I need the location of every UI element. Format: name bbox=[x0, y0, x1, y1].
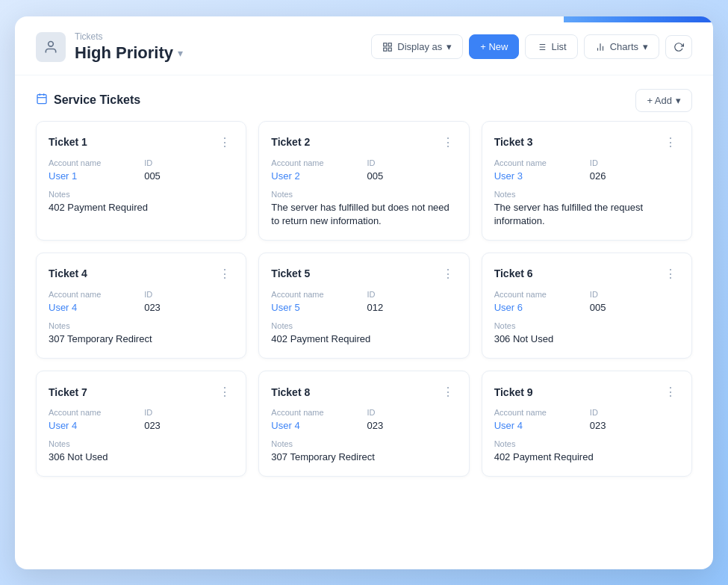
notes-field: Notes The server has fulfilled the reque… bbox=[494, 190, 679, 228]
header-title-group: Tickets High Priority ▾ bbox=[75, 31, 183, 63]
notes-value: 402 Payment Required bbox=[49, 201, 234, 214]
id-field: ID 005 bbox=[590, 290, 679, 314]
account-name-field: Account name User 1 bbox=[49, 158, 138, 182]
breadcrumb: Tickets bbox=[75, 31, 183, 42]
account-name-label: Account name bbox=[49, 408, 138, 417]
svg-rect-2 bbox=[388, 43, 391, 46]
ticket-menu-button[interactable]: ⋮ bbox=[662, 265, 679, 282]
list-icon bbox=[536, 42, 547, 52]
id-value: 012 bbox=[367, 302, 383, 313]
notes-value: 402 Payment Required bbox=[494, 451, 679, 464]
ticket-card: Ticket 6 ⋮ Account name User 6 ID 005 No… bbox=[482, 253, 692, 359]
id-value: 005 bbox=[367, 170, 383, 182]
chevron-down-icon[interactable]: ▾ bbox=[178, 47, 183, 59]
ticket-title: Ticket 1 bbox=[49, 136, 87, 148]
account-name-value[interactable]: User 3 bbox=[494, 170, 523, 182]
notes-label: Notes bbox=[49, 439, 234, 448]
ticket-title: Ticket 2 bbox=[271, 136, 310, 148]
list-button[interactable]: List bbox=[525, 34, 577, 59]
add-button[interactable]: + Add ▾ bbox=[635, 89, 692, 112]
refresh-button[interactable] bbox=[665, 35, 692, 59]
notes-field: Notes 307 Temporary Redirect bbox=[49, 321, 234, 346]
id-label: ID bbox=[367, 158, 456, 167]
notes-field: Notes 307 Temporary Redirect bbox=[271, 439, 456, 464]
header-actions: Display as ▾ + New List Charts ▾ bbox=[371, 34, 692, 59]
id-field: ID 005 bbox=[144, 158, 234, 182]
ticket-fields: Account name User 5 ID 012 bbox=[271, 290, 456, 314]
id-field: ID 023 bbox=[144, 408, 234, 432]
ticket-title: Ticket 5 bbox=[271, 267, 310, 279]
account-name-value[interactable]: User 5 bbox=[271, 302, 299, 313]
id-value: 023 bbox=[144, 302, 161, 313]
account-name-value[interactable]: User 4 bbox=[494, 420, 523, 431]
account-name-value[interactable]: User 2 bbox=[271, 170, 299, 182]
account-name-field: Account name User 5 bbox=[271, 290, 361, 314]
new-label: + New bbox=[480, 41, 508, 52]
ticket-fields: Account name User 3 ID 026 bbox=[494, 158, 679, 182]
notes-field: Notes 306 Not Used bbox=[49, 439, 234, 464]
ticket-card: Ticket 9 ⋮ Account name User 4 ID 023 No… bbox=[482, 371, 692, 477]
notes-value: 307 Temporary Redirect bbox=[271, 451, 456, 464]
account-name-field: Account name User 6 bbox=[494, 290, 584, 314]
ticket-title: Ticket 9 bbox=[494, 386, 533, 398]
ticket-menu-button[interactable]: ⋮ bbox=[216, 265, 234, 282]
ticket-fields: Account name User 2 ID 005 bbox=[271, 158, 456, 182]
id-field: ID 012 bbox=[367, 290, 456, 314]
notes-field: Notes 402 Payment Required bbox=[494, 439, 679, 464]
display-as-button[interactable]: Display as ▾ bbox=[371, 34, 463, 59]
account-name-value[interactable]: User 4 bbox=[271, 420, 299, 431]
id-value: 026 bbox=[590, 170, 606, 182]
ticket-menu-button[interactable]: ⋮ bbox=[662, 383, 679, 400]
ticket-card: Ticket 5 ⋮ Account name User 5 ID 012 No… bbox=[258, 253, 469, 359]
ticket-title: Ticket 6 bbox=[494, 267, 533, 279]
avatar-icon bbox=[36, 32, 66, 62]
account-name-value[interactable]: User 4 bbox=[49, 302, 77, 313]
account-name-label: Account name bbox=[271, 290, 361, 299]
ticket-menu-button[interactable]: ⋮ bbox=[216, 134, 234, 151]
id-field: ID 023 bbox=[144, 290, 234, 314]
account-name-label: Account name bbox=[49, 290, 138, 299]
ticket-menu-button[interactable]: ⋮ bbox=[439, 134, 457, 151]
ticket-card-header: Ticket 3 ⋮ bbox=[494, 134, 679, 151]
svg-rect-14 bbox=[37, 95, 46, 104]
display-as-label: Display as bbox=[397, 41, 442, 52]
header-title-row: High Priority ▾ bbox=[75, 43, 183, 63]
ticket-card-header: Ticket 4 ⋮ bbox=[49, 265, 234, 282]
id-label: ID bbox=[590, 408, 679, 417]
account-name-label: Account name bbox=[271, 408, 361, 417]
id-label: ID bbox=[367, 290, 456, 299]
calendar-icon bbox=[36, 93, 48, 108]
notes-label: Notes bbox=[271, 321, 456, 330]
account-name-value[interactable]: User 1 bbox=[49, 170, 77, 182]
charts-button[interactable]: Charts ▾ bbox=[584, 34, 659, 59]
ticket-card: Ticket 1 ⋮ Account name User 1 ID 005 No… bbox=[36, 121, 246, 241]
ticket-menu-button[interactable]: ⋮ bbox=[216, 383, 234, 400]
ticket-title: Ticket 8 bbox=[271, 386, 310, 398]
svg-rect-3 bbox=[384, 48, 387, 51]
id-label: ID bbox=[144, 290, 234, 299]
ticket-menu-button[interactable]: ⋮ bbox=[439, 383, 457, 400]
svg-rect-4 bbox=[388, 48, 391, 51]
add-label: + Add bbox=[647, 95, 672, 106]
ticket-fields: Account name User 4 ID 023 bbox=[271, 408, 456, 432]
ticket-menu-button[interactable]: ⋮ bbox=[662, 134, 679, 151]
account-name-value[interactable]: User 4 bbox=[49, 420, 77, 431]
account-name-value[interactable]: User 6 bbox=[494, 302, 523, 313]
refresh-icon bbox=[673, 42, 684, 52]
id-label: ID bbox=[144, 158, 234, 167]
account-name-label: Account name bbox=[494, 408, 584, 417]
ticket-card-header: Ticket 6 ⋮ bbox=[494, 265, 679, 282]
svg-point-0 bbox=[49, 41, 54, 46]
new-button[interactable]: + New bbox=[469, 34, 519, 59]
header: Tickets High Priority ▾ Display as ▾ + N… bbox=[15, 16, 713, 75]
ticket-card-header: Ticket 7 ⋮ bbox=[49, 383, 234, 400]
add-chevron-icon: ▾ bbox=[676, 95, 681, 106]
notes-value: 402 Payment Required bbox=[271, 332, 456, 346]
account-name-label: Account name bbox=[494, 290, 584, 299]
charts-chevron-icon: ▾ bbox=[643, 41, 648, 52]
ticket-grid: Ticket 1 ⋮ Account name User 1 ID 005 No… bbox=[15, 121, 713, 498]
ticket-card: Ticket 2 ⋮ Account name User 2 ID 005 No… bbox=[258, 121, 469, 241]
svg-rect-1 bbox=[384, 43, 387, 46]
ticket-menu-button[interactable]: ⋮ bbox=[439, 265, 457, 282]
notes-value: The server has fulfilled but does not ne… bbox=[271, 201, 456, 228]
